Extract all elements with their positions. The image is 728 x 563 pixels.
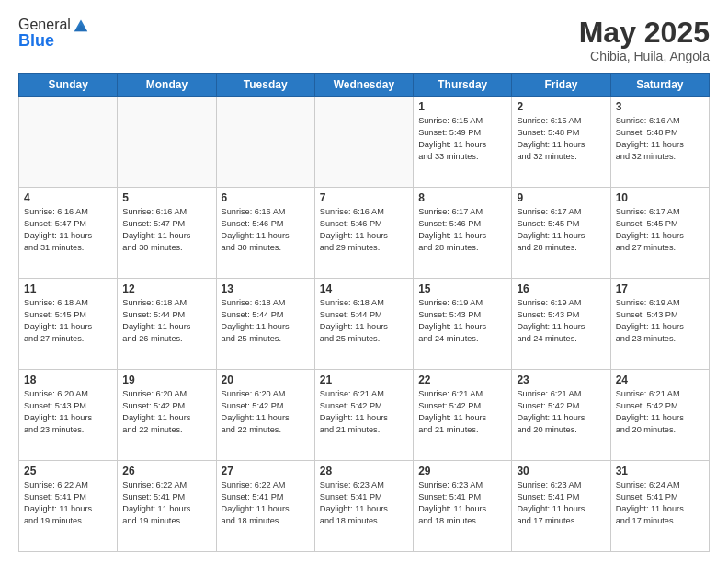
calendar-cell: 27Sunrise: 6:22 AM Sunset: 5:41 PM Dayli… bbox=[216, 461, 314, 552]
day-number: 27 bbox=[222, 465, 310, 477]
calendar-cell: 1Sunrise: 6:15 AM Sunset: 5:49 PM Daylig… bbox=[414, 97, 512, 188]
calendar-header-row: SundayMondayTuesdayWednesdayThursdayFrid… bbox=[19, 74, 710, 97]
cell-info: Sunrise: 6:17 AM Sunset: 5:46 PM Dayligh… bbox=[418, 206, 506, 254]
calendar-cell: 15Sunrise: 6:19 AM Sunset: 5:43 PM Dayli… bbox=[414, 279, 512, 370]
calendar-cell: 19Sunrise: 6:20 AM Sunset: 5:42 PM Dayli… bbox=[118, 370, 216, 461]
cell-info: Sunrise: 6:24 AM Sunset: 5:41 PM Dayligh… bbox=[616, 479, 704, 527]
calendar-cell bbox=[314, 97, 413, 188]
cell-info: Sunrise: 6:16 AM Sunset: 5:47 PM Dayligh… bbox=[122, 206, 210, 254]
cell-info: Sunrise: 6:16 AM Sunset: 5:48 PM Dayligh… bbox=[616, 115, 704, 163]
day-number: 3 bbox=[616, 100, 704, 113]
day-header-sunday: Sunday bbox=[19, 74, 118, 97]
cell-info: Sunrise: 6:18 AM Sunset: 5:44 PM Dayligh… bbox=[320, 297, 408, 345]
cell-info: Sunrise: 6:21 AM Sunset: 5:42 PM Dayligh… bbox=[320, 388, 408, 436]
cell-info: Sunrise: 6:15 AM Sunset: 5:48 PM Dayligh… bbox=[517, 115, 605, 163]
calendar-cell: 24Sunrise: 6:21 AM Sunset: 5:42 PM Dayli… bbox=[610, 370, 709, 461]
cell-info: Sunrise: 6:22 AM Sunset: 5:41 PM Dayligh… bbox=[122, 479, 210, 527]
day-number: 14 bbox=[320, 282, 408, 295]
calendar-cell: 25Sunrise: 6:22 AM Sunset: 5:41 PM Dayli… bbox=[19, 461, 118, 552]
day-header-friday: Friday bbox=[512, 74, 610, 97]
day-number: 23 bbox=[517, 373, 605, 386]
calendar-cell: 20Sunrise: 6:20 AM Sunset: 5:42 PM Dayli… bbox=[216, 370, 314, 461]
calendar-cell: 2Sunrise: 6:15 AM Sunset: 5:48 PM Daylig… bbox=[512, 97, 610, 188]
calendar-cell: 14Sunrise: 6:18 AM Sunset: 5:44 PM Dayli… bbox=[314, 279, 413, 370]
calendar-cell: 16Sunrise: 6:19 AM Sunset: 5:43 PM Dayli… bbox=[512, 279, 610, 370]
calendar-cell bbox=[216, 97, 314, 188]
day-number: 29 bbox=[418, 465, 506, 477]
cell-info: Sunrise: 6:18 AM Sunset: 5:44 PM Dayligh… bbox=[122, 297, 210, 345]
cell-info: Sunrise: 6:21 AM Sunset: 5:42 PM Dayligh… bbox=[517, 388, 605, 436]
day-number: 13 bbox=[222, 282, 310, 295]
calendar-cell: 26Sunrise: 6:22 AM Sunset: 5:41 PM Dayli… bbox=[118, 461, 216, 552]
day-number: 26 bbox=[122, 465, 210, 477]
week-row-5: 25Sunrise: 6:22 AM Sunset: 5:41 PM Dayli… bbox=[19, 461, 710, 552]
day-header-thursday: Thursday bbox=[414, 74, 512, 97]
day-header-tuesday: Tuesday bbox=[216, 74, 314, 97]
calendar-table: SundayMondayTuesdayWednesdayThursdayFrid… bbox=[18, 73, 710, 552]
calendar-cell: 9Sunrise: 6:17 AM Sunset: 5:45 PM Daylig… bbox=[512, 188, 610, 279]
cell-info: Sunrise: 6:16 AM Sunset: 5:47 PM Dayligh… bbox=[24, 206, 112, 254]
header: General Blue May 2025 Chibia, Huila, Ang… bbox=[18, 17, 710, 63]
cell-info: Sunrise: 6:19 AM Sunset: 5:43 PM Dayligh… bbox=[418, 297, 506, 345]
calendar-cell: 23Sunrise: 6:21 AM Sunset: 5:42 PM Dayli… bbox=[512, 370, 610, 461]
day-number: 15 bbox=[418, 282, 506, 295]
calendar-cell: 18Sunrise: 6:20 AM Sunset: 5:43 PM Dayli… bbox=[19, 370, 118, 461]
day-number: 2 bbox=[517, 100, 605, 113]
day-number: 17 bbox=[616, 282, 704, 295]
day-number: 30 bbox=[517, 465, 605, 477]
calendar-cell: 8Sunrise: 6:17 AM Sunset: 5:46 PM Daylig… bbox=[414, 188, 512, 279]
day-number: 7 bbox=[320, 191, 408, 204]
day-number: 11 bbox=[24, 282, 112, 295]
cell-info: Sunrise: 6:15 AM Sunset: 5:49 PM Dayligh… bbox=[418, 115, 506, 163]
week-row-3: 11Sunrise: 6:18 AM Sunset: 5:45 PM Dayli… bbox=[19, 279, 710, 370]
calendar-cell: 17Sunrise: 6:19 AM Sunset: 5:43 PM Dayli… bbox=[610, 279, 709, 370]
day-number: 8 bbox=[418, 191, 506, 204]
day-number: 10 bbox=[616, 191, 704, 204]
day-number: 5 bbox=[122, 191, 210, 204]
cell-info: Sunrise: 6:17 AM Sunset: 5:45 PM Dayligh… bbox=[616, 206, 704, 254]
day-number: 19 bbox=[122, 373, 210, 386]
calendar-cell: 11Sunrise: 6:18 AM Sunset: 5:45 PM Dayli… bbox=[19, 279, 118, 370]
page: General Blue May 2025 Chibia, Huila, Ang… bbox=[0, 0, 728, 563]
cell-info: Sunrise: 6:16 AM Sunset: 5:46 PM Dayligh… bbox=[320, 206, 408, 254]
day-number: 6 bbox=[222, 191, 310, 204]
cell-info: Sunrise: 6:18 AM Sunset: 5:45 PM Dayligh… bbox=[24, 297, 112, 345]
calendar-cell: 13Sunrise: 6:18 AM Sunset: 5:44 PM Dayli… bbox=[216, 279, 314, 370]
day-number: 21 bbox=[320, 373, 408, 386]
calendar-cell bbox=[118, 97, 216, 188]
calendar-cell: 5Sunrise: 6:16 AM Sunset: 5:47 PM Daylig… bbox=[118, 188, 216, 279]
week-row-2: 4Sunrise: 6:16 AM Sunset: 5:47 PM Daylig… bbox=[19, 188, 710, 279]
day-header-saturday: Saturday bbox=[610, 74, 709, 97]
day-number: 22 bbox=[418, 373, 506, 386]
day-number: 31 bbox=[616, 465, 704, 477]
day-header-wednesday: Wednesday bbox=[314, 74, 413, 97]
calendar-cell: 4Sunrise: 6:16 AM Sunset: 5:47 PM Daylig… bbox=[19, 188, 118, 279]
day-number: 16 bbox=[517, 282, 605, 295]
day-number: 4 bbox=[24, 191, 112, 204]
day-number: 24 bbox=[616, 373, 704, 386]
day-number: 28 bbox=[320, 465, 408, 477]
week-row-4: 18Sunrise: 6:20 AM Sunset: 5:43 PM Dayli… bbox=[19, 370, 710, 461]
calendar-cell: 10Sunrise: 6:17 AM Sunset: 5:45 PM Dayli… bbox=[610, 188, 709, 279]
calendar-cell: 31Sunrise: 6:24 AM Sunset: 5:41 PM Dayli… bbox=[610, 461, 709, 552]
cell-info: Sunrise: 6:19 AM Sunset: 5:43 PM Dayligh… bbox=[517, 297, 605, 345]
cell-info: Sunrise: 6:17 AM Sunset: 5:45 PM Dayligh… bbox=[517, 206, 605, 254]
calendar-cell: 22Sunrise: 6:21 AM Sunset: 5:42 PM Dayli… bbox=[414, 370, 512, 461]
logo: General Blue bbox=[18, 17, 89, 51]
cell-info: Sunrise: 6:20 AM Sunset: 5:42 PM Dayligh… bbox=[222, 388, 310, 436]
calendar-cell: 7Sunrise: 6:16 AM Sunset: 5:46 PM Daylig… bbox=[314, 188, 413, 279]
cell-info: Sunrise: 6:23 AM Sunset: 5:41 PM Dayligh… bbox=[320, 479, 408, 527]
cell-info: Sunrise: 6:18 AM Sunset: 5:44 PM Dayligh… bbox=[222, 297, 310, 345]
week-row-1: 1Sunrise: 6:15 AM Sunset: 5:49 PM Daylig… bbox=[19, 97, 710, 188]
calendar-cell: 12Sunrise: 6:18 AM Sunset: 5:44 PM Dayli… bbox=[118, 279, 216, 370]
day-number: 25 bbox=[24, 465, 112, 477]
day-number: 1 bbox=[418, 100, 506, 113]
calendar-cell: 6Sunrise: 6:16 AM Sunset: 5:46 PM Daylig… bbox=[216, 188, 314, 279]
day-number: 12 bbox=[122, 282, 210, 295]
cell-info: Sunrise: 6:23 AM Sunset: 5:41 PM Dayligh… bbox=[418, 479, 506, 527]
cell-info: Sunrise: 6:21 AM Sunset: 5:42 PM Dayligh… bbox=[616, 388, 704, 436]
calendar-cell bbox=[19, 97, 118, 188]
month-title: May 2025 bbox=[579, 17, 710, 49]
calendar-cell: 30Sunrise: 6:23 AM Sunset: 5:41 PM Dayli… bbox=[512, 461, 610, 552]
logo-triangle-icon bbox=[73, 17, 89, 33]
